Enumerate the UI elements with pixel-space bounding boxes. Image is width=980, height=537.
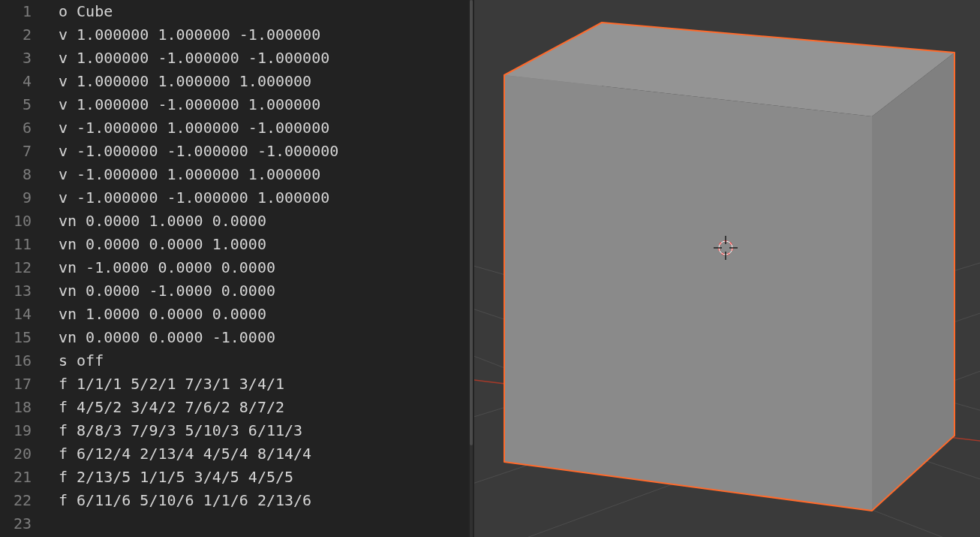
line-number: 14	[0, 303, 32, 326]
code-line[interactable]	[59, 512, 468, 535]
code-area[interactable]: o Cubev 1.000000 1.000000 -1.000000v 1.0…	[59, 0, 468, 535]
code-line[interactable]: vn 0.0000 0.0000 1.0000	[59, 233, 468, 256]
line-number: 16	[0, 349, 32, 373]
line-number: 1	[0, 0, 32, 23]
code-line[interactable]: o Cube	[59, 0, 468, 23]
line-number: 6	[0, 116, 32, 140]
line-number: 23	[0, 512, 32, 535]
line-number: 8	[0, 163, 32, 186]
code-line[interactable]: s off	[59, 349, 468, 373]
cube-face-front	[504, 75, 872, 511]
line-number: 18	[0, 396, 32, 419]
code-line[interactable]: v -1.000000 1.000000 1.000000	[59, 163, 468, 186]
line-number: 17	[0, 373, 32, 396]
line-number: 11	[0, 233, 32, 256]
code-line[interactable]: f 8/8/3 7/9/3 5/10/3 6/11/3	[59, 419, 468, 442]
line-number: 10	[0, 210, 32, 233]
code-line[interactable]: vn -1.0000 0.0000 0.0000	[59, 256, 468, 279]
line-number: 13	[0, 279, 32, 303]
viewport-3d[interactable]	[474, 0, 980, 537]
line-number: 15	[0, 326, 32, 349]
line-number: 5	[0, 93, 32, 116]
code-line[interactable]: f 1/1/1 5/2/1 7/3/1 3/4/1	[59, 373, 468, 396]
code-line[interactable]: f 6/12/4 2/13/4 4/5/4 8/14/4	[59, 442, 468, 466]
line-number: 9	[0, 186, 32, 210]
viewport-canvas[interactable]	[474, 0, 980, 537]
line-number: 22	[0, 489, 32, 512]
line-number: 2	[0, 23, 32, 47]
code-line[interactable]: v 1.000000 -1.000000 1.000000	[59, 93, 468, 116]
code-line[interactable]: v -1.000000 1.000000 -1.000000	[59, 116, 468, 140]
code-line[interactable]: vn 1.0000 0.0000 0.0000	[59, 303, 468, 326]
code-line[interactable]: f 2/13/5 1/1/5 3/4/5 4/5/5	[59, 466, 468, 489]
scrollbar-thumb[interactable]	[470, 0, 473, 445]
pane-divider[interactable]	[468, 0, 474, 537]
line-number: 7	[0, 140, 32, 163]
line-number: 19	[0, 419, 32, 442]
line-number: 3	[0, 47, 32, 70]
cube-face-right-sliver	[872, 53, 954, 511]
line-number: 20	[0, 442, 32, 466]
code-line[interactable]: v 1.000000 1.000000 1.000000	[59, 70, 468, 93]
code-line[interactable]: vn 0.0000 0.0000 -1.0000	[59, 326, 468, 349]
code-line[interactable]: v 1.000000 1.000000 -1.000000	[59, 23, 468, 47]
code-line[interactable]: v -1.000000 -1.000000 -1.000000	[59, 140, 468, 163]
text-editor-pane[interactable]: 1234567891011121314151617181920212223 o …	[0, 0, 468, 537]
line-number: 4	[0, 70, 32, 93]
code-line[interactable]: v 1.000000 -1.000000 -1.000000	[59, 47, 468, 70]
line-number: 21	[0, 466, 32, 489]
code-line[interactable]: f 6/11/6 5/10/6 1/1/6 2/13/6	[59, 489, 468, 512]
code-line[interactable]: vn 0.0000 -1.0000 0.0000	[59, 279, 468, 303]
line-number-gutter: 1234567891011121314151617181920212223	[0, 0, 39, 537]
code-line[interactable]: f 4/5/2 3/4/2 7/6/2 8/7/2	[59, 396, 468, 419]
line-number: 12	[0, 256, 32, 279]
cube-object[interactable]	[504, 23, 954, 511]
code-line[interactable]: v -1.000000 -1.000000 1.000000	[59, 186, 468, 210]
code-line[interactable]: vn 0.0000 1.0000 0.0000	[59, 210, 468, 233]
